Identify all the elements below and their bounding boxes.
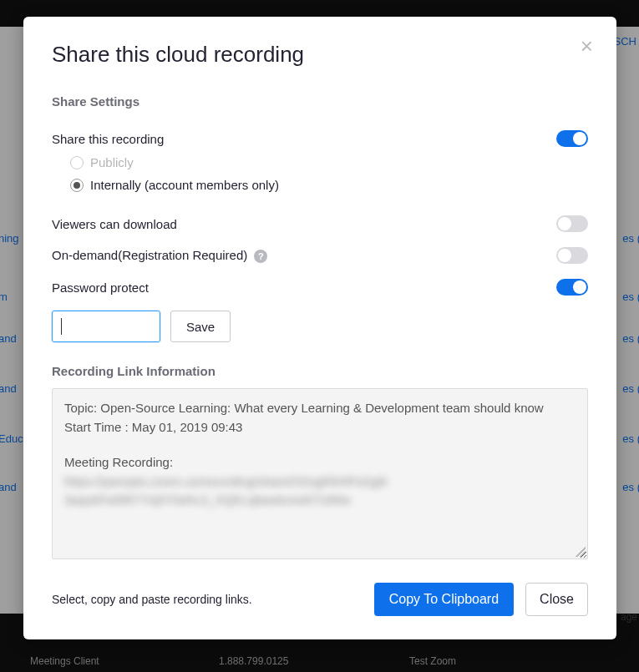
radio-public[interactable]: Publicly: [70, 155, 588, 169]
password-label: Password protect: [52, 280, 149, 295]
link-start-line: Start Time : May 01, 2019 09:43: [64, 418, 576, 437]
viewers-download-row: Viewers can download: [52, 215, 588, 232]
password-input[interactable]: [52, 311, 160, 342]
radio-public-label: Publicly: [90, 155, 134, 169]
modal-title: Share this cloud recording: [52, 42, 588, 68]
modal-footer: Select, copy and paste recording links. …: [52, 583, 588, 616]
close-icon[interactable]: ×: [581, 35, 593, 57]
close-button[interactable]: Close: [525, 583, 588, 616]
radio-internal-label: Internally (account members only): [90, 178, 279, 192]
password-input-row: Save: [52, 311, 588, 342]
share-recording-label: Share this recording: [52, 132, 164, 146]
password-toggle[interactable]: [556, 279, 588, 296]
recording-link-textarea[interactable]: Topic: Open-Source Learning: What every …: [52, 388, 588, 559]
resize-handle-icon[interactable]: [576, 547, 586, 557]
share-recording-row: Share this recording: [52, 130, 588, 147]
share-recording-toggle[interactable]: [556, 130, 588, 147]
on-demand-label: On-demand(Registration Required) ?: [52, 248, 267, 263]
share-recording-modal: × Share this cloud recording Share Setti…: [23, 17, 616, 639]
link-recording-url: https://panopto.zoom.us/recording/share/…: [64, 472, 576, 492]
viewers-download-label: Viewers can download: [52, 217, 177, 231]
radio-icon: [70, 156, 84, 169]
viewers-download-toggle[interactable]: [556, 215, 588, 232]
copy-to-clipboard-button[interactable]: Copy To Clipboard: [374, 583, 514, 616]
password-row: Password protect: [52, 279, 588, 296]
radio-icon: [70, 179, 84, 192]
recording-link-heading: Recording Link Information: [52, 364, 588, 378]
radio-internal[interactable]: Internally (account members only): [70, 178, 588, 192]
on-demand-toggle[interactable]: [556, 247, 588, 264]
text-caret: [61, 318, 62, 335]
share-settings-heading: Share Settings: [52, 94, 588, 109]
link-topic-line: Topic: Open-Source Learning: What every …: [64, 399, 576, 418]
link-recording-label: Meeting Recording:: [64, 453, 576, 472]
on-demand-row: On-demand(Registration Required) ?: [52, 247, 588, 264]
footer-hint: Select, copy and paste recording links.: [52, 593, 252, 606]
share-scope-radio-group: Publicly Internally (account members onl…: [70, 155, 588, 192]
link-recording-url: 3aqukFwl9R77nj0Y5ehL0_XQKLqbawlumeKTztMw: [64, 491, 576, 510]
help-icon[interactable]: ?: [254, 250, 267, 263]
save-button[interactable]: Save: [170, 311, 231, 342]
